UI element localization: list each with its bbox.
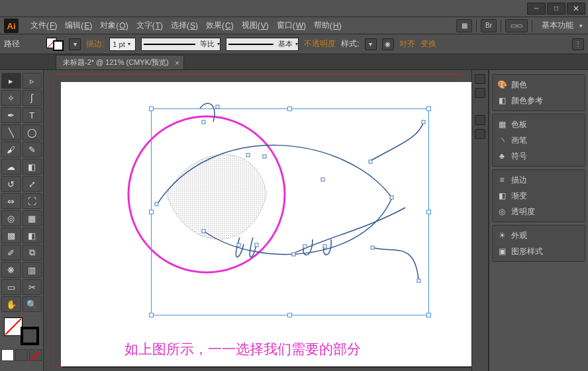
- scale-tool-icon[interactable]: ⤢: [23, 176, 42, 192]
- workspace-switcher[interactable]: 基本功能: [536, 19, 585, 32]
- lasso-tool-icon[interactable]: ʃ: [23, 90, 42, 106]
- resize-handle-icon[interactable]: [287, 313, 292, 317]
- menu-edit[interactable]: 编辑(E): [61, 17, 96, 34]
- pen-tool-icon[interactable]: ✒: [1, 107, 21, 123]
- type-tool-icon[interactable]: T: [23, 107, 42, 123]
- menu-window[interactable]: 窗口(W): [273, 17, 310, 34]
- selection-tool-icon[interactable]: ▸: [1, 73, 21, 89]
- variable-width-profile[interactable]: 等比▾: [141, 38, 220, 51]
- window-close-button[interactable]: ✕: [567, 3, 585, 15]
- dock-chip-icon[interactable]: [475, 115, 485, 125]
- app-logo: Ai: [4, 19, 19, 33]
- mesh-tool-icon[interactable]: ▩: [1, 227, 21, 243]
- hand-tool-icon[interactable]: ✋: [1, 296, 21, 312]
- document-tab-label: 未标题-2* @ 121% (CMYK/预览): [63, 58, 169, 67]
- panel-color-guide[interactable]: ◧颜色参考: [494, 93, 583, 108]
- free-transform-tool-icon[interactable]: ⛶: [23, 193, 42, 209]
- menu-help[interactable]: 帮助(H): [310, 17, 346, 34]
- width-tool-icon[interactable]: ⇔: [1, 193, 21, 209]
- gradient-mode-icon[interactable]: [15, 349, 28, 361]
- panel-transparency[interactable]: ◎透明度: [494, 204, 583, 220]
- window-maximize-button[interactable]: □: [547, 3, 565, 15]
- eraser-tool-icon[interactable]: ◧: [23, 159, 42, 175]
- perspective-grid-tool-icon[interactable]: ▦: [23, 210, 42, 226]
- shape-builder-tool-icon[interactable]: ◎: [1, 210, 21, 226]
- line-tool-icon[interactable]: ╲: [1, 124, 21, 140]
- opacity-label[interactable]: 不透明度: [304, 38, 336, 50]
- style-dropdown-icon[interactable]: ▾: [365, 38, 377, 50]
- rotate-tool-icon[interactable]: ↺: [1, 176, 21, 192]
- dock-chip-icon[interactable]: [475, 74, 485, 84]
- magic-wand-tool-icon[interactable]: ✧: [1, 90, 21, 106]
- stroke-icon: ≡: [497, 175, 507, 185]
- none-mode-icon[interactable]: [29, 349, 42, 361]
- brushes-icon: ৲: [497, 135, 507, 145]
- dock-chip-icon[interactable]: [475, 88, 485, 98]
- menu-effect[interactable]: 效果(C): [202, 17, 238, 34]
- palette-icon: 🎨: [497, 79, 507, 90]
- stroke-weight-field[interactable]: 1 pt: [109, 38, 136, 51]
- control-menu-icon[interactable]: ⋮: [572, 38, 584, 50]
- column-graph-tool-icon[interactable]: ▥: [23, 262, 42, 278]
- menu-bar: Ai 文件(F) 编辑(E) 对象(O) 文字(T) 选择(S) 效果(C) 视…: [0, 17, 588, 34]
- resize-handle-icon[interactable]: [149, 313, 154, 317]
- blob-brush-tool-icon[interactable]: ☁: [1, 159, 21, 175]
- zoom-tool-icon[interactable]: 🔍: [23, 296, 42, 312]
- panel-symbols[interactable]: ♣符号: [494, 148, 583, 164]
- menu-file[interactable]: 文件(F): [26, 17, 61, 34]
- eyedropper-tool-icon[interactable]: ✐: [1, 245, 21, 261]
- fill-stroke-control[interactable]: [1, 316, 42, 347]
- resize-handle-icon[interactable]: [426, 106, 431, 111]
- dock-chip-icon[interactable]: [475, 129, 485, 139]
- artboard[interactable]: 如上图所示，一一选择我们需要的部分: [61, 82, 471, 366]
- canvas-area[interactable]: 如上图所示，一一选择我们需要的部分: [44, 70, 471, 371]
- panel-graphic-styles[interactable]: ▣图形样式: [494, 243, 583, 259]
- symbol-sprayer-tool-icon[interactable]: ❋: [1, 262, 21, 278]
- window-minimize-button[interactable]: ─: [527, 3, 546, 15]
- panel-appearance[interactable]: ☀外观: [494, 227, 583, 243]
- menu-icon-grid[interactable]: ▦: [456, 19, 472, 32]
- panel-gradient[interactable]: ◧渐变: [494, 188, 583, 204]
- resize-handle-icon[interactable]: [149, 210, 154, 214]
- artboard-tool-icon[interactable]: ▭: [1, 279, 21, 295]
- panel-brushes[interactable]: ৲画笔: [494, 132, 583, 148]
- align-label[interactable]: 对齐: [399, 38, 415, 50]
- panel-group-swatches: ▦色板 ৲画笔 ♣符号: [492, 114, 585, 167]
- gradient-tool-icon[interactable]: ◧: [23, 227, 42, 243]
- blend-tool-icon[interactable]: ⧉: [23, 245, 42, 261]
- resize-handle-icon[interactable]: [426, 313, 431, 317]
- fill-dropdown-icon[interactable]: ▾: [69, 38, 81, 50]
- graphic-styles-icon: ▣: [497, 246, 507, 257]
- panel-color[interactable]: 🎨颜色: [494, 77, 583, 93]
- menu-icon-bridge[interactable]: Br: [481, 19, 497, 32]
- menu-icon-arrange[interactable]: ▭▭: [505, 19, 528, 32]
- slice-tool-icon[interactable]: ✂: [23, 279, 42, 295]
- right-panels: 🎨颜色 ◧颜色参考 ▦色板 ৲画笔 ♣符号 ≡描边 ◧渐变 ◎透明度 ☀外观 ▣…: [489, 70, 588, 371]
- menu-view[interactable]: 视图(V): [238, 17, 273, 34]
- transform-label[interactable]: 变换: [420, 38, 436, 50]
- paintbrush-tool-icon[interactable]: 🖌: [1, 142, 21, 157]
- menu-select[interactable]: 选择(S): [167, 17, 202, 34]
- fill-stroke-swatch[interactable]: [46, 38, 64, 51]
- color-mode-icon[interactable]: [1, 349, 14, 361]
- ellipse-tool-icon[interactable]: ◯: [23, 124, 42, 140]
- resize-handle-icon[interactable]: [287, 106, 292, 111]
- stroke-label[interactable]: 描边:: [86, 38, 104, 50]
- document-tab-close-icon[interactable]: ×: [175, 59, 179, 67]
- annotation-caption: 如上图所示，一一选择我们需要的部分: [124, 340, 361, 358]
- brush-definition[interactable]: 基本▾: [226, 38, 299, 51]
- transparency-icon: ◎: [497, 206, 507, 217]
- direct-selection-tool-icon[interactable]: ▹: [23, 73, 42, 89]
- document-tab[interactable]: 未标题-2* @ 121% (CMYK/预览) ×: [56, 55, 184, 69]
- panel-stroke[interactable]: ≡描边: [494, 172, 583, 188]
- selection-bounding-box[interactable]: [151, 108, 429, 315]
- menu-object[interactable]: 对象(O): [96, 17, 132, 34]
- pencil-tool-icon[interactable]: ✎: [23, 142, 42, 157]
- menu-type[interactable]: 文字(T): [132, 17, 167, 34]
- recolor-icon[interactable]: ◉: [382, 38, 394, 50]
- symbols-icon: ♣: [497, 151, 507, 161]
- resize-handle-icon[interactable]: [149, 106, 154, 111]
- panel-dock-strip: [471, 70, 489, 371]
- resize-handle-icon[interactable]: [426, 210, 431, 214]
- panel-swatches[interactable]: ▦色板: [494, 116, 583, 132]
